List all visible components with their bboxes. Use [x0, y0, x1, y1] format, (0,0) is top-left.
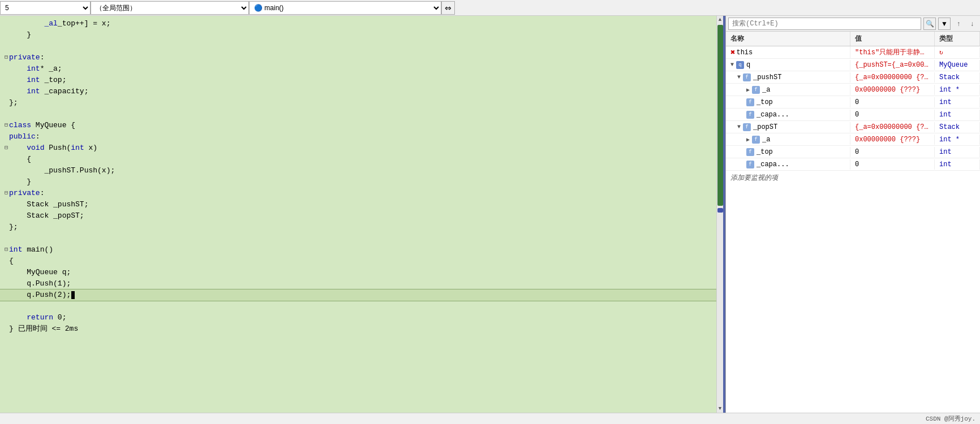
code-line: ⊟ private:	[0, 52, 716, 63]
watch-name-text: q	[746, 61, 750, 69]
search-dropdown-button[interactable]: ▼	[938, 18, 951, 30]
watch-value-q: {_pushST={_a=0x00000000 {?...	[850, 60, 935, 70]
watch-table[interactable]: ✖ this "this"只能用于非静态成员... ↻ ▼ q q {_push…	[726, 46, 980, 413]
code-scrollbar[interactable]: ▲ ▼	[716, 16, 723, 413]
watch-value-capa2: 0	[850, 159, 935, 170]
code-line: ⊟ int main()	[0, 244, 716, 256]
fold-btn[interactable]	[5, 256, 8, 267]
scope-selector[interactable]: （全局范围）	[91, 1, 249, 15]
code-text: }	[9, 29, 31, 41]
watch-name-text: _popST	[753, 123, 777, 131]
watch-type-q: MyQueue	[935, 60, 980, 70]
fold-btn[interactable]	[5, 131, 8, 142]
fold-btn[interactable]	[5, 29, 8, 41]
watch-row-capa1[interactable]: f _capa... 0 int	[726, 109, 980, 121]
fold-btn[interactable]	[5, 63, 8, 75]
expand-icon-a2[interactable]: ▶	[746, 136, 750, 143]
add-watch-item[interactable]: 添加要监视的项	[726, 171, 980, 185]
nav-up-button[interactable]: ↑	[953, 18, 964, 29]
watch-name-capa1: f _capa...	[726, 110, 850, 120]
watch-row-q[interactable]: ▼ q q {_pushST={_a=0x00000000 {?... MyQu…	[726, 59, 980, 71]
code-text: _al_top++] = x;	[9, 18, 110, 29]
watch-toolbar: 🔍 ▼ ↑ ↓	[726, 16, 980, 32]
sync-button[interactable]: ⇔	[441, 1, 455, 15]
watch-name-top1: f _top	[726, 97, 850, 107]
code-line: ⊟ class MyQueue {	[0, 120, 716, 131]
expand-icon-pushST[interactable]: ▼	[737, 74, 741, 80]
code-text: int _capacity;	[9, 86, 88, 97]
fold-btn[interactable]	[5, 289, 8, 301]
fold-btn[interactable]	[5, 18, 8, 29]
expand-icon-q[interactable]: ▼	[730, 62, 734, 68]
fold-btn[interactable]: ⊟	[5, 142, 8, 154]
watch-name-text: _capa...	[757, 111, 789, 119]
watch-row-popST[interactable]: ▼ f _popST {_a=0x00000000 {???}_top=0 ..…	[726, 121, 980, 133]
fold-btn[interactable]	[5, 97, 8, 109]
watch-row-a1[interactable]: ▶ f _a 0x00000000 {???} int *	[726, 84, 980, 96]
col-header-value: 值	[850, 32, 935, 46]
fold-btn[interactable]	[5, 210, 8, 222]
fold-btn[interactable]	[5, 312, 8, 323]
code-text: MyQueue q;	[9, 267, 71, 278]
fold-btn[interactable]: ⊟	[5, 188, 8, 199]
watch-row-this[interactable]: ✖ this "this"只能用于非静态成员... ↻	[726, 46, 980, 59]
watch-name-text: _a	[762, 86, 770, 94]
fold-btn[interactable]: ⊟	[5, 244, 8, 256]
function-selector[interactable]: 🔵 main()	[249, 1, 441, 15]
nav-down-button[interactable]: ↓	[966, 18, 978, 29]
expand-icon-popST[interactable]: ▼	[737, 124, 741, 130]
code-line: q.Push(1);	[0, 278, 716, 289]
code-line: }	[0, 176, 716, 188]
fold-btn[interactable]	[5, 86, 8, 97]
fold-btn[interactable]	[5, 176, 8, 188]
toolbar: 5 （全局范围） 🔵 main() ⇔	[0, 0, 980, 16]
error-icon: ✖	[730, 47, 735, 57]
refresh-icon[interactable]: ↻	[939, 49, 943, 56]
code-text: Stack _popST;	[9, 210, 84, 222]
code-text: q.Push(1);	[9, 278, 71, 289]
fold-btn[interactable]	[5, 154, 8, 165]
code-text: private	[9, 52, 40, 63]
code-text: q.Push(2);	[9, 289, 71, 301]
watch-type-top2: int	[935, 147, 980, 157]
fold-btn[interactable]: ⊟	[5, 120, 8, 131]
fold-btn[interactable]	[5, 165, 8, 176]
watch-row-capa2[interactable]: f _capa... 0 int	[726, 158, 980, 171]
watch-row-top2[interactable]: f _top 0 int	[726, 146, 980, 158]
watch-row-a2[interactable]: ▶ f _a 0x00000000 {???} int *	[726, 133, 980, 146]
main-area: _al_top++] = x; } ⊟ private: int* _a;	[0, 16, 980, 413]
search-button[interactable]: 🔍	[923, 18, 936, 30]
search-input[interactable]	[728, 18, 921, 30]
watch-name-a1: ▶ f _a	[726, 85, 850, 95]
watch-value-pushST: {_a=0x00000000 {???}_top=0 ...	[850, 72, 935, 83]
fold-btn[interactable]	[5, 222, 8, 233]
code-scroll[interactable]: _al_top++] = x; } ⊟ private: int* _a;	[0, 16, 716, 413]
fold-btn[interactable]: ⊟	[5, 52, 8, 63]
col-header-name: 名称	[726, 32, 850, 46]
field-icon-a1: f	[752, 86, 760, 94]
code-line: } 已用时间 <= 2ms	[0, 323, 716, 335]
code-line: _al_top++] = x;	[0, 18, 716, 29]
code-line: return 0;	[0, 312, 716, 323]
fold-btn[interactable]	[5, 199, 8, 210]
fold-btn[interactable]	[5, 278, 8, 289]
obj-icon-q: q	[736, 61, 744, 69]
watch-row-top1[interactable]: f _top 0 int	[726, 96, 980, 109]
watch-value-capa1: 0	[850, 110, 935, 120]
code-line: Stack _popST;	[0, 210, 716, 222]
scrollbar-thumb	[717, 25, 723, 206]
code-text: int* _a;	[9, 63, 62, 75]
watch-name-text: _pushST	[753, 73, 781, 81]
watch-value-popST: {_a=0x00000000 {???}_top=0 ...	[850, 122, 935, 132]
watch-panel: 🔍 ▼ ↑ ↓ 名称 值 类型 ✖ this "this"只能用于非静态成员..…	[725, 16, 980, 413]
watch-name-text: _capa...	[757, 161, 789, 168]
expand-icon-a1[interactable]: ▶	[746, 86, 750, 93]
watch-row-pushST[interactable]: ▼ f _pushST {_a=0x00000000 {???}_top=0 .…	[726, 71, 980, 84]
fold-btn[interactable]	[5, 75, 8, 86]
code-line	[0, 41, 716, 52]
watch-type-top1: int	[935, 97, 980, 107]
line-selector[interactable]: 5	[0, 1, 91, 15]
code-line: int _top;	[0, 75, 716, 86]
fold-btn[interactable]	[5, 323, 8, 335]
fold-btn[interactable]	[5, 267, 8, 278]
